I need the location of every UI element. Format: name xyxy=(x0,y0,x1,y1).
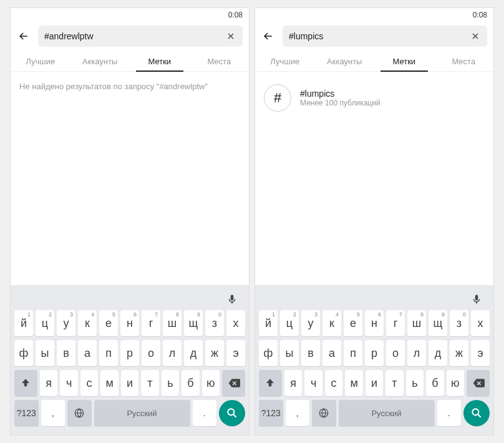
kb-key[interactable]: э xyxy=(226,340,245,366)
kb-key[interactable]: х xyxy=(471,310,490,336)
kb-key[interactable]: г7 xyxy=(386,310,405,336)
kb-key[interactable]: ю xyxy=(202,370,220,396)
kb-key[interactable]: й1 xyxy=(259,310,278,336)
close-icon xyxy=(470,31,480,41)
kb-key[interactable]: н6 xyxy=(120,310,139,336)
kb-key[interactable]: п xyxy=(99,340,118,366)
kb-key[interactable]: е5 xyxy=(99,310,118,336)
period-key[interactable]: . xyxy=(437,400,462,426)
kb-key[interactable]: ш8 xyxy=(163,310,182,336)
kb-key[interactable]: м xyxy=(100,370,118,396)
kb-key[interactable]: о xyxy=(142,340,160,366)
kb-key[interactable]: ь xyxy=(406,370,424,396)
kb-key[interactable]: ы xyxy=(280,340,299,366)
kb-key[interactable]: в xyxy=(301,340,320,366)
comma-key[interactable]: , xyxy=(41,400,65,426)
kb-key[interactable]: ш8 xyxy=(407,310,426,336)
kb-key[interactable]: б xyxy=(426,370,443,396)
kb-key[interactable]: у3 xyxy=(57,310,75,336)
kb-key[interactable]: р xyxy=(365,340,384,366)
shift-key[interactable] xyxy=(259,370,282,396)
kb-key[interactable]: п xyxy=(344,340,362,366)
language-key[interactable] xyxy=(67,400,92,426)
symbols-key[interactable]: ?123 xyxy=(14,400,39,426)
kb-key[interactable]: о xyxy=(386,340,405,366)
search-box[interactable] xyxy=(38,26,243,47)
kb-key[interactable]: е5 xyxy=(344,310,362,336)
symbols-key[interactable]: ?123 xyxy=(259,400,283,426)
search-input[interactable] xyxy=(44,31,225,41)
kb-key[interactable]: ф xyxy=(14,340,33,366)
kb-key[interactable]: ц2 xyxy=(280,310,299,336)
tab-top[interactable]: Лучшие xyxy=(11,51,70,71)
tab-accounts[interactable]: Аккаунты xyxy=(315,51,375,71)
space-key[interactable]: Русский xyxy=(339,400,435,426)
kb-key[interactable]: к4 xyxy=(78,310,97,336)
tab-top[interactable]: Лучшие xyxy=(255,51,315,71)
kb-key[interactable]: ч xyxy=(60,370,77,396)
kb-key[interactable]: щ9 xyxy=(184,310,203,336)
backspace-key[interactable] xyxy=(467,370,490,396)
clear-button[interactable] xyxy=(470,31,481,42)
kb-key[interactable]: т xyxy=(141,370,158,396)
kb-key[interactable]: и xyxy=(121,370,138,396)
period-key[interactable]: . xyxy=(193,400,217,426)
kb-key[interactable]: к4 xyxy=(322,310,341,336)
tab-tags[interactable]: Метки xyxy=(374,51,434,71)
kb-key[interactable]: т xyxy=(385,370,403,396)
kb-key[interactable]: с xyxy=(325,370,342,396)
kb-key[interactable]: з0 xyxy=(205,310,224,336)
comma-key[interactable]: , xyxy=(286,400,310,426)
status-time: 0:08 xyxy=(228,11,243,19)
kb-key[interactable]: г7 xyxy=(142,310,160,336)
kb-key[interactable]: л xyxy=(163,340,182,366)
back-button[interactable] xyxy=(261,29,275,43)
search-key[interactable] xyxy=(219,400,245,426)
tab-tags[interactable]: Метки xyxy=(130,51,190,71)
tab-places[interactable]: Места xyxy=(434,51,494,71)
kb-key[interactable]: а xyxy=(322,340,341,366)
results-area: # #lumpics Менее 100 публикаций xyxy=(255,72,493,285)
tab-places[interactable]: Места xyxy=(190,51,250,71)
kb-key[interactable]: ы xyxy=(36,340,54,366)
mic-icon[interactable] xyxy=(226,294,238,305)
kb-key[interactable]: д xyxy=(429,340,447,366)
backspace-key[interactable] xyxy=(222,370,245,396)
kb-key[interactable]: л xyxy=(407,340,426,366)
search-input[interactable] xyxy=(289,31,470,41)
kb-key[interactable]: а xyxy=(78,340,97,366)
shift-key[interactable] xyxy=(14,370,37,396)
kb-key[interactable]: ж xyxy=(450,340,468,366)
kb-key[interactable]: ч xyxy=(304,370,322,396)
kb-key[interactable]: д xyxy=(184,340,203,366)
kb-key[interactable]: р xyxy=(120,340,139,366)
back-button[interactable] xyxy=(17,29,31,43)
result-item[interactable]: # #lumpics Менее 100 публикаций xyxy=(264,82,485,114)
kb-key[interactable]: н6 xyxy=(365,310,384,336)
kb-key[interactable]: в xyxy=(57,340,75,366)
search-box[interactable] xyxy=(283,26,487,47)
language-key[interactable] xyxy=(312,400,336,426)
kb-key[interactable]: э xyxy=(471,340,490,366)
kb-key[interactable]: ж xyxy=(205,340,224,366)
search-key[interactable] xyxy=(463,400,490,426)
kb-key[interactable]: я xyxy=(40,370,57,396)
kb-key[interactable]: я xyxy=(284,370,302,396)
kb-key[interactable]: щ9 xyxy=(429,310,447,336)
kb-key[interactable]: м xyxy=(345,370,362,396)
kb-key[interactable]: у3 xyxy=(301,310,320,336)
kb-key[interactable]: х xyxy=(226,310,245,336)
space-key[interactable]: Русский xyxy=(94,400,190,426)
kb-key[interactable]: с xyxy=(80,370,98,396)
tab-accounts[interactable]: Аккаунты xyxy=(70,51,130,71)
kb-key[interactable]: з0 xyxy=(450,310,468,336)
kb-key[interactable]: ф xyxy=(259,340,278,366)
kb-key[interactable]: й1 xyxy=(14,310,33,336)
mic-icon[interactable] xyxy=(471,294,482,305)
kb-key[interactable]: ю xyxy=(447,370,464,396)
kb-key[interactable]: и xyxy=(366,370,383,396)
kb-key[interactable]: б xyxy=(182,370,199,396)
clear-button[interactable] xyxy=(225,31,236,42)
kb-key[interactable]: ь xyxy=(162,370,179,396)
kb-key[interactable]: ц2 xyxy=(36,310,54,336)
